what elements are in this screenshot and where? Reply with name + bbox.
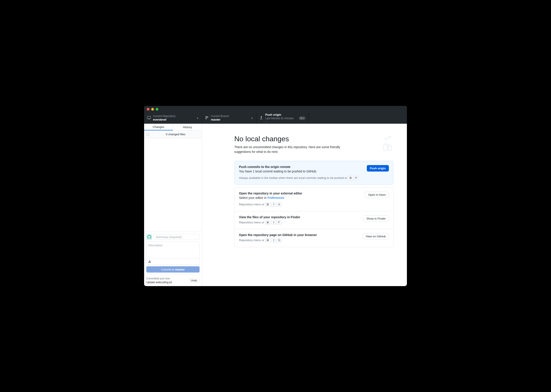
svg-rect-0 [384,145,388,150]
main-content: No local changes There are no uncommitte… [202,124,407,286]
finder-card-hint: Repository menu or ⌘ ⇧ F [239,220,359,225]
open-in-atom-button[interactable]: Open in Atom [365,192,389,198]
commit-form: Commit to master [144,231,202,275]
maximize-window-button[interactable] [156,108,158,111]
app-window: Current Repository everdevel ▼ Current B… [144,106,407,286]
push-label: Push origin [265,113,297,117]
github-card-hint: Repository menu or ⌘ ⇧ G [239,238,358,243]
upload-icon [260,116,263,120]
tab-history[interactable]: History [173,124,202,130]
repo-value: everdevel [153,118,194,122]
last-commit-bar: Committed just now Update webcoding.txt … [144,275,202,286]
view-on-github-button[interactable]: View on GitHub [362,233,389,240]
last-commit-time: Committed just now [146,277,172,280]
page-title: No local changes [234,135,393,143]
push-card-desc: You have 1 local commit waiting to be pu… [239,169,362,173]
show-in-finder-button[interactable]: Show in Finder [363,215,389,222]
branch-icon [205,116,209,120]
avatar [146,234,152,240]
decorative-illustration [376,135,393,154]
github-card-title: Open the repository page on GitHub in yo… [239,233,358,237]
commit-summary-input[interactable] [154,234,200,240]
current-branch-dropdown[interactable]: Current Branch master ▼ [202,112,256,124]
preferences-link[interactable]: Preferences [268,196,284,200]
select-all-checkbox[interactable]: ✓ [146,133,149,136]
editor-card-desc: Select your editor in Preferences [239,196,361,200]
changes-header: ✓ 0 changed files [144,131,202,138]
undo-button[interactable]: Undo [188,278,200,283]
push-card-hint: Always available in the toolbar when the… [239,175,362,180]
finder-card: View the files of your repository in Fin… [234,211,393,229]
repo-label: Current Repository [153,115,194,118]
sidebar: Changes History ✓ 0 changed files [144,124,202,286]
branch-value: master [211,118,248,122]
desktop-icon [147,116,151,120]
commit-description-input[interactable] [146,242,199,257]
github-card: Open the repository page on GitHub in yo… [234,229,393,247]
commit-button[interactable]: Commit to master [146,266,200,273]
finder-card-title: View the files of your repository in Fin… [239,215,359,219]
close-window-button[interactable] [147,108,149,111]
chevron-down-icon: ▼ [251,117,253,119]
titlebar [144,106,407,112]
changes-count: 0 changed files [152,133,200,136]
toolbar: Current Repository everdevel ▼ Current B… [144,112,407,124]
push-origin-action-button[interactable]: Push origin [367,165,389,172]
push-card-title: Push commits to the origin remote [239,165,362,169]
minimize-window-button[interactable] [151,108,154,111]
chevron-down-icon: ▼ [196,117,199,119]
push-badge: 1↑ [299,117,305,120]
svg-rect-1 [388,146,392,150]
page-subtitle: There are no uncommitted changes in this… [234,145,355,154]
push-card: Push commits to the origin remote You ha… [234,161,393,185]
tab-changes[interactable]: Changes [144,124,173,130]
push-value: Last fetched 32 minutes … [265,117,297,123]
editor-card: Open the repository in your external edi… [234,187,393,211]
push-origin-button[interactable]: Push origin Last fetched 32 minutes … 1↑ [256,112,309,124]
content-area: Changes History ✓ 0 changed files [144,124,407,286]
file-list [144,138,202,231]
editor-card-title: Open the repository in your external edi… [239,192,361,195]
add-coauthor-button[interactable] [146,258,199,264]
editor-card-hint: Repository menu or ⌘ ⇧ A [239,202,361,207]
branch-label: Current Branch [211,115,248,118]
last-commit-message: Update webcoding.txt [146,280,172,284]
sidebar-tabs: Changes History [144,124,202,131]
current-repository-dropdown[interactable]: Current Repository everdevel ▼ [144,112,202,124]
